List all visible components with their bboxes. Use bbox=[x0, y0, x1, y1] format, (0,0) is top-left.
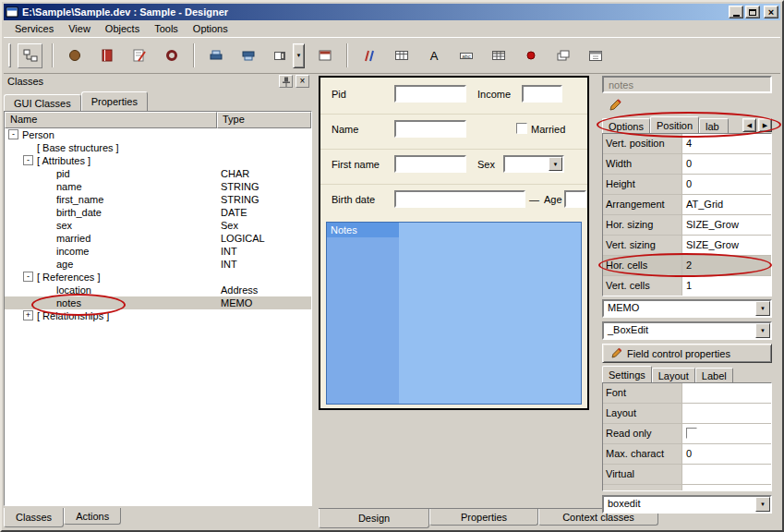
property-row[interactable]: Height0 bbox=[603, 175, 771, 195]
tab-properties[interactable]: Properties bbox=[81, 91, 148, 111]
maximize-button[interactable] bbox=[745, 6, 760, 18]
dialog-tool-button[interactable] bbox=[312, 43, 337, 68]
control-class-dropdown[interactable]: _BoxEdit▼ bbox=[602, 321, 772, 340]
property-row[interactable]: Order colum-1 bbox=[603, 485, 771, 491]
close-panel-button[interactable]: × bbox=[296, 75, 309, 88]
tab-gui-classes[interactable]: GUI Classes bbox=[4, 94, 81, 111]
tree-item-married[interactable]: marriedLOGICAL bbox=[5, 232, 311, 245]
menu-options[interactable]: Options bbox=[186, 21, 235, 36]
column-header-type[interactable]: Type bbox=[217, 112, 311, 128]
tree-item-birth-date[interactable]: birth_dateDATE bbox=[5, 206, 311, 219]
pid-field[interactable] bbox=[394, 85, 466, 103]
expander-icon[interactable]: - bbox=[23, 155, 33, 165]
income-field[interactable] bbox=[522, 85, 562, 103]
menu-view[interactable]: View bbox=[61, 21, 98, 36]
property-row[interactable]: Virtual bbox=[603, 465, 771, 485]
table-button[interactable] bbox=[389, 43, 414, 68]
field-control-properties-button[interactable]: Field control properties bbox=[602, 344, 772, 363]
notes-memo-label[interactable]: Notes bbox=[327, 223, 399, 237]
tab-scroll-right-button[interactable]: ▶ bbox=[758, 118, 772, 132]
property-row[interactable]: Vert. sizingSIZE_Grow bbox=[603, 236, 771, 256]
close-button[interactable]: × bbox=[764, 6, 778, 18]
expander-icon[interactable]: + bbox=[23, 310, 33, 320]
tab-position[interactable]: Position bbox=[650, 116, 699, 133]
goto-definition-button[interactable] bbox=[604, 96, 625, 114]
tree-item-pid[interactable]: pidCHAR bbox=[5, 167, 311, 180]
pin-panel-button[interactable] bbox=[279, 75, 293, 88]
tree-item-name[interactable]: nameSTRING bbox=[5, 180, 311, 193]
text-field-button[interactable]: abc bbox=[453, 43, 478, 68]
property-row[interactable]: Max. charact0 bbox=[603, 444, 771, 465]
menu-services[interactable]: Services bbox=[7, 21, 61, 36]
windows-button[interactable] bbox=[550, 43, 575, 68]
menu-objects[interactable]: Objects bbox=[98, 21, 147, 36]
tab-classes[interactable]: Classes bbox=[4, 508, 64, 527]
tab-actions[interactable]: Actions bbox=[64, 508, 121, 525]
sex-dropdown-button[interactable]: ▼ bbox=[549, 157, 562, 171]
property-row-read-only[interactable]: Read only bbox=[603, 424, 771, 444]
tab-scroll-left-button[interactable]: ◀ bbox=[742, 118, 756, 132]
property-row[interactable]: Layout bbox=[603, 404, 771, 424]
combobox-tool-dropdown[interactable]: ▼ bbox=[293, 43, 305, 68]
sex-dropdown[interactable]: ▼ bbox=[503, 155, 564, 173]
tree-item-notes[interactable]: notesMEMO bbox=[5, 296, 311, 309]
tree-item-attributes[interactable]: -[ Attributes ] bbox=[5, 154, 311, 167]
target-button[interactable] bbox=[159, 43, 184, 68]
record-button[interactable] bbox=[518, 43, 543, 68]
name-field[interactable] bbox=[394, 120, 466, 138]
tab-form-properties[interactable]: Properties bbox=[429, 509, 538, 526]
field-type-dropdown[interactable]: MEMO▼ bbox=[602, 299, 772, 318]
tab-settings[interactable]: Settings bbox=[602, 366, 652, 382]
tree-item-base-structures[interactable]: [ Base structures ] bbox=[5, 141, 311, 154]
expander-icon[interactable]: - bbox=[8, 129, 18, 139]
column-header-name[interactable]: Name bbox=[5, 112, 217, 128]
align-top-button[interactable] bbox=[203, 43, 228, 68]
married-checkbox[interactable] bbox=[516, 123, 527, 134]
notes-memo-left-column[interactable] bbox=[327, 237, 399, 404]
calendar-button[interactable] bbox=[583, 43, 608, 68]
tab-design[interactable]: Design bbox=[319, 509, 429, 528]
tree-item-person[interactable]: -Person bbox=[5, 128, 311, 141]
tree-item-income[interactable]: incomeINT bbox=[5, 245, 311, 258]
minimize-button[interactable] bbox=[729, 6, 743, 18]
tree-item-relationships[interactable]: +[ Relationships ] bbox=[5, 309, 311, 322]
property-row[interactable]: Vert. position4 bbox=[603, 134, 771, 154]
property-row[interactable]: Font bbox=[603, 383, 771, 404]
property-row-hor-cells[interactable]: Hor. cells2 bbox=[603, 256, 771, 276]
font-button[interactable]: A bbox=[421, 43, 446, 68]
notes-memo-control[interactable]: Notes bbox=[326, 222, 582, 405]
tab-label[interactable]: Label bbox=[695, 368, 733, 382]
tab-label-clipped[interactable]: lab bbox=[699, 118, 729, 133]
tree-item-age[interactable]: ageINT bbox=[5, 258, 311, 271]
birth-date-field[interactable] bbox=[394, 190, 525, 208]
tree-item-references[interactable]: -[ References ] bbox=[5, 271, 311, 284]
grid-button[interactable] bbox=[486, 43, 511, 68]
tab-layout[interactable]: Layout bbox=[652, 368, 695, 382]
control-name-dropdown[interactable]: boxedit▼ bbox=[602, 495, 772, 514]
align-bottom-button[interactable] bbox=[235, 43, 260, 68]
edit-source-button[interactable] bbox=[127, 43, 151, 68]
read-only-checkbox[interactable] bbox=[686, 428, 697, 439]
menu-tools[interactable]: Tools bbox=[147, 21, 186, 36]
class-tree-button[interactable] bbox=[18, 43, 42, 68]
tree-item-location[interactable]: locationAddress bbox=[5, 284, 311, 296]
property-row[interactable]: Vert. cells1 bbox=[603, 276, 771, 296]
combobox-tool-button[interactable] bbox=[268, 43, 293, 68]
design-tools-button[interactable] bbox=[356, 43, 381, 68]
notes-memo-body[interactable] bbox=[399, 223, 581, 404]
field-type-dropdown-button[interactable]: ▼ bbox=[755, 301, 770, 316]
property-row[interactable]: Width0 bbox=[603, 154, 771, 175]
tab-options[interactable]: Options bbox=[602, 118, 650, 133]
first-name-field[interactable] bbox=[394, 155, 466, 173]
property-row[interactable]: ArrangementAT_Grid bbox=[603, 195, 771, 215]
control-class-dropdown-button[interactable]: ▼ bbox=[755, 323, 770, 338]
age-field[interactable] bbox=[564, 190, 586, 208]
tree-item-sex[interactable]: sexSex bbox=[5, 219, 311, 232]
library-button[interactable] bbox=[94, 43, 119, 68]
tree-item-first-name[interactable]: first_nameSTRING bbox=[5, 193, 311, 206]
compile-button[interactable] bbox=[62, 43, 87, 68]
control-name-dropdown-button[interactable]: ▼ bbox=[755, 497, 770, 512]
toolbar-grip[interactable] bbox=[8, 43, 11, 67]
title-bar[interactable]: E:\Sample\Sample.dev : Sample - Designer… bbox=[4, 4, 780, 20]
expander-icon[interactable]: - bbox=[23, 272, 33, 282]
